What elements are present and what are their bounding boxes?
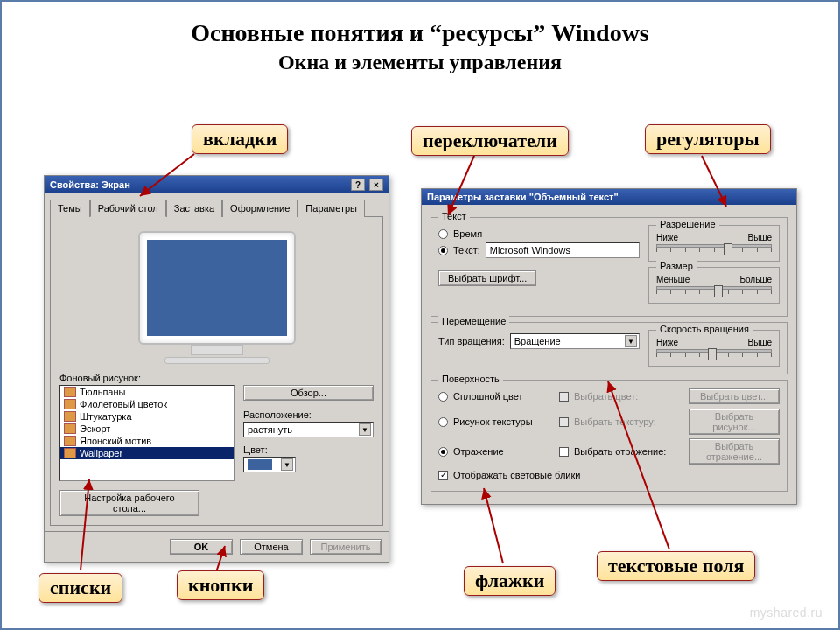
list-item-selected[interactable]: Wallpaper (60, 447, 234, 459)
tab-themes[interactable]: Темы (50, 200, 90, 217)
page-subtitle: Окна и элементы управления (2, 51, 838, 74)
checkbox-icon (438, 471, 448, 480)
tab-appearance[interactable]: Оформление (222, 200, 298, 217)
radio-reflect-row[interactable]: Отражение (438, 446, 552, 457)
radio-texture-row[interactable]: Рисунок текстуры (438, 416, 552, 427)
radio-solid-row[interactable]: Сплошной цвет (438, 391, 552, 402)
monitor-preview (138, 231, 296, 364)
choose-texture-button: Выбрать рисунок... (689, 409, 780, 435)
annot-textfields: текстовые поля (597, 551, 755, 581)
layout-label: Расположение: (243, 410, 374, 420)
help-button[interactable]: ? (351, 178, 365, 191)
resolution-slider[interactable]: НижеВыше (656, 233, 772, 254)
choose-color-button: Выбрать цвет... (689, 388, 780, 404)
radio-icon (438, 392, 448, 402)
annot-sliders: регуляторы (645, 124, 771, 154)
customize-desktop-button[interactable]: Настройка рабочего стола... (60, 490, 200, 516)
size-slider[interactable]: МеньшеБольше (656, 275, 772, 296)
checkbox-label: Выбрать цвет: (574, 391, 638, 402)
group-legend: Разрешение (656, 219, 719, 229)
list-item[interactable]: Японский мотив (60, 435, 234, 447)
radio-label: Рисунок текстуры (453, 416, 533, 427)
choose-reflect-button: Выбрать отражение... (689, 438, 780, 465)
checkbox-label: Отображать световые блики (453, 470, 580, 480)
image-icon (64, 424, 76, 434)
cancel-button[interactable]: Отмена (240, 539, 303, 555)
image-icon (64, 399, 76, 410)
radio-label: Отражение (453, 446, 504, 457)
list-item[interactable]: Эскорт (60, 423, 234, 435)
radio-icon (438, 417, 448, 427)
image-icon (64, 387, 76, 397)
apply-button[interactable]: Применить (310, 539, 382, 555)
list-item[interactable]: Фиолетовый цветок (60, 398, 234, 410)
checkbox-label: Выбрать текстуру: (574, 416, 656, 427)
annot-checkboxes: флажки (464, 566, 556, 596)
checkbox-icon (559, 417, 569, 427)
slider-thumb[interactable] (724, 243, 732, 256)
annot-tabs: вкладки (192, 124, 288, 154)
slider-thumb[interactable] (708, 348, 717, 360)
group-legend: Поверхность (438, 374, 503, 384)
rotation-label: Тип вращения: (438, 336, 505, 346)
tab-body: Фоновый рисунок: Тюльпаны Фиолетовый цве… (50, 216, 383, 526)
chk-choose-texture-row: Выбрать текстуру: (559, 416, 682, 427)
group-legend: Скорость вращения (656, 324, 752, 334)
chk-choose-color-row: Выбрать цвет: (559, 391, 682, 402)
color-combo[interactable]: ▼ (243, 457, 296, 472)
chevron-down-icon: ▼ (625, 335, 637, 347)
radio-label: Текст: (453, 245, 480, 256)
wallpaper-label: Фоновый рисунок: (60, 373, 374, 383)
image-icon (64, 448, 76, 458)
radio-icon (438, 246, 448, 256)
window-title: Параметры заставки "Объемный текст" (427, 192, 619, 202)
group-legend: Текст (438, 211, 470, 221)
layout-combo[interactable]: растянуть ▼ (243, 422, 374, 438)
annot-radios: переключатели (411, 126, 569, 156)
wallpaper-list[interactable]: Тюльпаны Фиолетовый цветок Штукатурка Эс… (60, 385, 234, 481)
window-title: Свойства: Экран (50, 179, 130, 190)
tab-desktop[interactable]: Рабочий стол (90, 200, 166, 217)
color-label: Цвет: (243, 444, 374, 455)
tab-screensaver[interactable]: Заставка (166, 200, 222, 217)
group-legend: Размер (656, 261, 696, 271)
speed-slider[interactable]: НижеВыше (656, 338, 772, 359)
chevron-down-icon: ▼ (281, 458, 293, 471)
text-input[interactable]: Microsoft Windows (486, 242, 640, 258)
group-movement: Перемещение Тип вращения: Вращение ▼ Ско… (430, 322, 788, 374)
layout-value: растянуть (248, 424, 292, 435)
list-item[interactable]: Тюльпаны (60, 386, 234, 398)
titlebar[interactable]: Свойства: Экран ? × (45, 176, 388, 193)
annot-lists: списки (38, 573, 122, 603)
image-icon (64, 411, 76, 422)
size-slider-group: Размер МеньшеБольше (648, 267, 780, 304)
radio-time-row[interactable]: Время (438, 228, 640, 239)
dialog-buttons: OK Отмена Применить (45, 531, 388, 562)
tab-strip: Темы Рабочий стол Заставка Оформление Па… (45, 193, 388, 216)
browse-button[interactable]: Обзор... (243, 385, 374, 401)
screensaver-settings-dialog: Параметры заставки "Объемный текст" Текс… (421, 188, 797, 505)
color-swatch (248, 459, 272, 470)
radio-label: Сплошной цвет (453, 391, 523, 402)
chevron-down-icon: ▼ (359, 424, 371, 436)
list-item[interactable]: Штукатурка (60, 410, 234, 423)
radio-text-row[interactable]: Текст: Microsoft Windows (438, 242, 640, 258)
group-text: Текст Время Текст: Microsoft Windows Выб… (430, 217, 788, 317)
resolution-slider-group: Разрешение НижеВыше (648, 225, 780, 262)
tab-settings[interactable]: Параметры (298, 200, 365, 217)
radio-icon (438, 229, 448, 239)
speed-slider-group: Скорость вращения НижеВыше (648, 330, 780, 367)
titlebar[interactable]: Параметры заставки "Объемный текст" (422, 189, 796, 205)
slider-thumb[interactable] (714, 285, 723, 298)
close-button[interactable]: × (369, 178, 383, 191)
chk-choose-reflect-row[interactable]: Выбрать отражение: (559, 446, 682, 457)
ok-button[interactable]: OK (170, 539, 233, 555)
rotation-combo[interactable]: Вращение ▼ (510, 333, 640, 349)
checkbox-label: Выбрать отражение: (574, 446, 666, 457)
group-surface: Поверхность Сплошной цвет Выбрать цвет: … (430, 380, 788, 492)
choose-font-button[interactable]: Выбрать шрифт... (438, 270, 536, 286)
chk-highlights-row[interactable]: Отображать световые блики (438, 470, 780, 480)
rotation-value: Вращение (514, 336, 561, 346)
annot-buttons: кнопки (177, 570, 264, 600)
group-legend: Перемещение (438, 316, 509, 326)
